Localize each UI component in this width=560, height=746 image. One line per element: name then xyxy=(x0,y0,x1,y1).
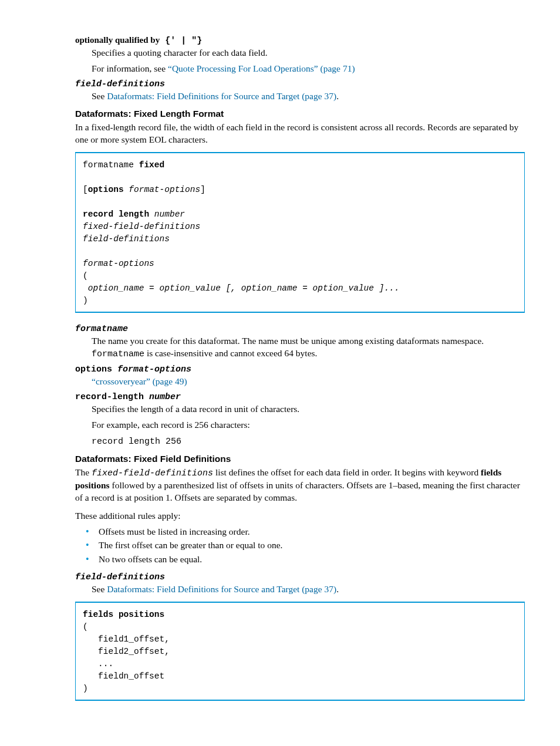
desc-pre: See xyxy=(92,584,107,594)
code-seg: format-options xyxy=(124,185,201,194)
term-optionally-qualified: optionally qualified by {' | "} xyxy=(75,35,525,46)
seg: followed by a parenthesized list of offs… xyxy=(75,480,520,502)
desc-pre: For information, see xyxy=(92,63,168,73)
term-italic: format-options xyxy=(112,364,191,374)
desc-record-length-1: Specifies the length of a data record in… xyxy=(92,403,525,416)
desc-field-defs-2: See Dataformats: Field Definitions for S… xyxy=(92,583,525,596)
bullet-list: Offsets must be listed in increasing ord… xyxy=(86,525,525,566)
seg-code: fixed-field-definitions xyxy=(92,468,213,478)
term-field-definitions-1: field-definitions xyxy=(75,79,525,89)
code-seg: options xyxy=(88,185,124,194)
link-quote-processing[interactable]: “Quote Processing For Load Operations” (… xyxy=(168,63,355,73)
term-code: formatname xyxy=(75,324,128,334)
term-italic: number xyxy=(144,392,181,402)
code-seg: [ xyxy=(83,185,88,194)
desc-record-length-example: record length 256 xyxy=(92,435,525,448)
code-seg: fieldn_offset xyxy=(83,671,164,681)
term-record-length: record-length number xyxy=(75,391,525,402)
term-options-format-options: options format-options xyxy=(75,364,525,374)
code-seg: field2_offset, xyxy=(83,647,170,656)
code-seg: fixed xyxy=(139,160,165,170)
para-fixed-field-defs: The fixed-field-definitions list defines… xyxy=(75,467,525,504)
term-code: field-definitions xyxy=(75,79,165,89)
term-text: optionally qualified by xyxy=(75,35,160,45)
desc-formatname: The name you create for this dataformat.… xyxy=(92,335,525,360)
code-seg: ) xyxy=(83,684,88,693)
code-seg: format-options xyxy=(83,259,154,268)
code-seg: option_name = option_value [, option_nam… xyxy=(83,283,400,293)
code-seg: number xyxy=(149,210,185,219)
desc-post: . xyxy=(336,91,339,101)
term-code: field-definitions xyxy=(75,572,165,582)
desc-crossoveryear: “crossoveryear” (page 49) xyxy=(92,376,525,388)
list-item: Offsets must be listed in increasing ord… xyxy=(86,525,525,538)
desc-a: The name you create for this dataformat.… xyxy=(92,336,484,346)
code-seg: ) xyxy=(83,296,88,305)
codebox-fixed-format: formatname fixed [options format-options… xyxy=(75,152,525,313)
code-seg: formatname xyxy=(83,160,139,170)
heading-fixed-length: Dataformats: Fixed Length Format xyxy=(75,109,525,119)
code-seg: fields positions xyxy=(83,610,164,619)
code-seg: ( xyxy=(83,622,88,632)
desc-post: . xyxy=(336,584,339,594)
desc-quoting-char: Specifies a quoting character for each d… xyxy=(92,47,525,59)
code-seg: ( xyxy=(83,271,88,281)
desc-record-length-2: For example, each record is 256 characte… xyxy=(92,419,525,431)
code: record length 256 xyxy=(92,437,181,447)
desc-pre: See xyxy=(92,91,107,101)
link-field-defs-2[interactable]: Dataformats: Field Definitions for Sourc… xyxy=(107,584,336,594)
heading-fixed-field-defs: Dataformats: Fixed Field Definitions xyxy=(75,454,525,464)
term-bold: options xyxy=(75,364,112,374)
code-seg: ... xyxy=(83,659,113,669)
link-field-defs-1[interactable]: Dataformats: Field Definitions for Sourc… xyxy=(107,91,336,101)
term-field-definitions-2: field-definitions xyxy=(75,572,525,582)
para-fixed-length-intro: In a fixed-length record file, the width… xyxy=(75,121,525,146)
link-crossoveryear[interactable]: “crossoveryear” (page 49) xyxy=(92,376,187,386)
list-item: The first offset can be greater than or … xyxy=(86,538,525,552)
page-content: optionally qualified by {' | "} Specifie… xyxy=(0,0,560,746)
code-seg: ] xyxy=(200,185,205,194)
seg: The xyxy=(75,467,92,477)
desc-quote-link-line: For information, see “Quote Processing F… xyxy=(92,63,525,75)
desc-b: is case-insensitive and cannot exceed 64… xyxy=(144,348,317,358)
term-formatname: formatname xyxy=(75,323,525,334)
code-seg: field-definitions xyxy=(83,234,170,244)
term-code: {' | "} xyxy=(160,36,202,46)
term-bold: record-length xyxy=(75,392,144,402)
codebox-fields-positions: fields positions ( field1_offset, field2… xyxy=(75,602,525,701)
desc-code: formatname xyxy=(92,349,144,359)
desc-field-defs-1: See Dataformats: Field Definitions for S… xyxy=(92,90,525,103)
code-seg: field1_offset, xyxy=(83,634,170,644)
code-seg: fixed-field-definitions xyxy=(83,222,200,231)
para-rules-intro: These additional rules apply: xyxy=(75,510,525,522)
code-seg: record length xyxy=(83,210,149,219)
seg: list defines the offset for each data fi… xyxy=(213,467,481,477)
list-item: No two offsets can be equal. xyxy=(86,552,525,566)
